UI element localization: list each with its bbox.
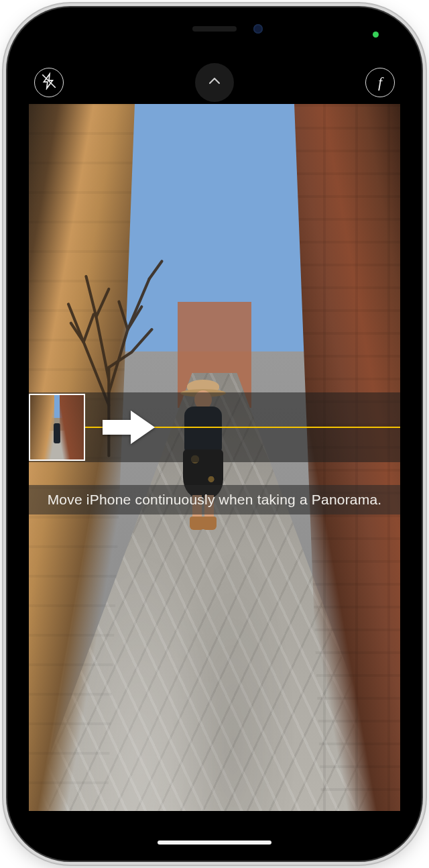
flash-toggle-button[interactable] xyxy=(34,68,64,97)
panorama-progress-thumbnail xyxy=(29,394,85,461)
flash-off-icon xyxy=(40,72,58,93)
iphone-device-frame: f xyxy=(7,7,422,861)
privacy-indicator-dot xyxy=(373,32,379,38)
panorama-hint-bar: Move iPhone continuously when taking a P… xyxy=(29,485,400,514)
chevron-up-icon xyxy=(206,73,223,92)
home-indicator[interactable] xyxy=(158,840,271,845)
arrow-right-icon xyxy=(103,409,156,445)
front-camera xyxy=(253,24,263,34)
camera-top-controls: f xyxy=(17,64,412,101)
panorama-guide-strip[interactable] xyxy=(29,392,400,462)
screen: f xyxy=(17,17,412,851)
earpiece-speaker xyxy=(192,26,237,32)
f-number-button[interactable]: f xyxy=(365,68,395,97)
svg-marker-1 xyxy=(103,411,155,444)
panorama-hint-text: Move iPhone continuously when taking a P… xyxy=(48,492,382,507)
camera-controls-expand-button[interactable] xyxy=(195,63,234,102)
f-number-icon: f xyxy=(378,74,382,91)
camera-viewfinder[interactable]: Move iPhone continuously when taking a P… xyxy=(29,104,400,811)
notch xyxy=(131,17,298,41)
